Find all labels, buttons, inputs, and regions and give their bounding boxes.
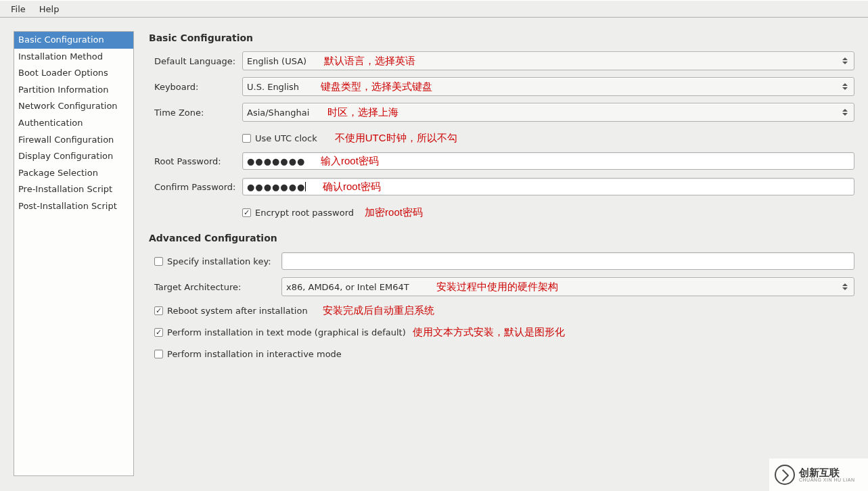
keyboard-combo[interactable]: U.S. English 键盘类型，选择美式键盘: [242, 77, 854, 96]
sidebar-item-pre-installation-script[interactable]: Pre-Installation Script: [14, 181, 133, 198]
keyboard-label: Keyboard:: [149, 82, 242, 92]
default-language-label: Default Language:: [149, 56, 242, 66]
confirm-password-input[interactable]: ●●●●●●● 确认root密码: [242, 178, 854, 195]
specify-installation-key-label: Specify installation key:: [167, 256, 271, 266]
confirm-password-value: ●●●●●●●: [247, 182, 305, 192]
sidebar-item-display-configuration[interactable]: Display Configuration: [14, 148, 133, 165]
chevron-updown-icon: [840, 283, 850, 290]
text-mode-install-label: Perform installation in text mode (graph…: [167, 327, 406, 337]
sidebar: Basic Configuration Installation Method …: [14, 31, 134, 476]
sidebar-item-authentication[interactable]: Authentication: [14, 115, 133, 132]
text-mode-install-checkbox[interactable]: [154, 328, 163, 337]
sidebar-item-boot-loader-options[interactable]: Boot Loader Options: [14, 65, 133, 82]
menu-file[interactable]: File: [4, 1, 32, 17]
utc-checkbox[interactable]: [242, 134, 251, 143]
chevron-updown-icon: [840, 83, 850, 90]
sidebar-item-network-configuration[interactable]: Network Configuration: [14, 98, 133, 115]
confirm-password-label: Confirm Password:: [149, 182, 242, 192]
advanced-config-title: Advanced Configuration: [149, 233, 854, 243]
target-architecture-value: x86, AMD64, or Intel EM64T: [286, 282, 840, 292]
reboot-annotation: 安装完成后自动重启系统: [323, 304, 434, 317]
target-architecture-label: Target Architecture:: [154, 282, 241, 292]
sidebar-item-post-installation-script[interactable]: Post-Installation Script: [14, 198, 133, 215]
svg-marker-2: [842, 83, 848, 86]
root-password-label: Root Password:: [149, 156, 242, 166]
root-password-input[interactable]: ●●●●●●● 输入root密码: [242, 152, 854, 170]
svg-marker-7: [842, 287, 848, 290]
textmode-annotation: 使用文本方式安装，默认是图形化: [413, 326, 565, 339]
svg-marker-6: [842, 283, 848, 286]
specify-installation-key-checkbox[interactable]: [154, 257, 163, 266]
utc-checkbox-label: Use UTC clock: [255, 133, 317, 143]
svg-marker-5: [842, 113, 848, 116]
reboot-after-install-label: Reboot system after installation: [167, 306, 308, 316]
timezone-value: Asia/Shanghai: [247, 108, 840, 118]
menubar: File Help: [0, 0, 868, 18]
sidebar-item-firewall-configuration[interactable]: Firewall Configuration: [14, 132, 133, 149]
watermark-logo-icon: [775, 465, 795, 485]
svg-marker-4: [842, 109, 848, 112]
reboot-after-install-checkbox[interactable]: [154, 306, 163, 315]
target-architecture-combo[interactable]: x86, AMD64, or Intel EM64T 安装过程中使用的硬件架构: [281, 277, 854, 296]
chevron-updown-icon: [840, 109, 850, 116]
chevron-updown-icon: [840, 57, 850, 64]
installation-key-input[interactable]: [281, 252, 854, 270]
encrypt-root-password-label: Encrypt root password: [255, 208, 354, 218]
encrypt-root-password-checkbox[interactable]: [242, 208, 251, 217]
timezone-combo[interactable]: Asia/Shanghai 时区，选择上海: [242, 103, 854, 122]
basic-config-title: Basic Configuration: [149, 32, 854, 43]
watermark-text-cn: 创新互联: [799, 467, 855, 477]
sidebar-item-partition-information[interactable]: Partition Information: [14, 82, 133, 99]
svg-marker-0: [842, 57, 848, 60]
main-panel: Basic Configuration Default Language: En…: [149, 31, 854, 476]
default-language-combo[interactable]: English (USA) 默认语言，选择英语: [242, 51, 854, 70]
root-password-annotation: 输入root密码: [321, 155, 379, 168]
root-password-value: ●●●●●●●: [247, 156, 305, 166]
svg-marker-1: [842, 62, 848, 64]
confirm-password-annotation: 确认root密码: [323, 181, 381, 193]
default-language-value: English (USA): [247, 56, 840, 66]
encrypt-annotation: 加密root密码: [365, 206, 423, 219]
watermark-text-en: CHUANG XIN HU LIAN: [799, 477, 855, 482]
sidebar-item-installation-method[interactable]: Installation Method: [14, 49, 133, 66]
sidebar-item-package-selection[interactable]: Package Selection: [14, 165, 133, 182]
watermark: 创新互联 CHUANG XIN HU LIAN: [769, 459, 868, 491]
utc-annotation: 不使用UTC时钟，所以不勾: [335, 132, 457, 145]
interactive-mode-label: Perform installation in interactive mode: [167, 349, 342, 359]
timezone-label: Time Zone:: [149, 108, 242, 118]
sidebar-item-basic-configuration[interactable]: Basic Configuration: [14, 32, 133, 49]
interactive-mode-checkbox[interactable]: [154, 350, 163, 358]
menu-help[interactable]: Help: [32, 1, 66, 17]
keyboard-value: U.S. English: [247, 82, 840, 92]
svg-marker-3: [842, 87, 848, 90]
